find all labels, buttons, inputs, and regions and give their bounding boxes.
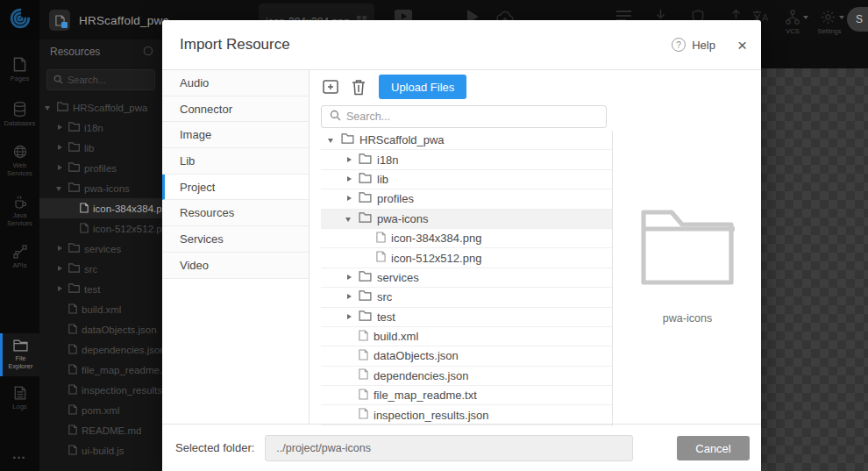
category-item[interactable]: Lib <box>162 148 309 175</box>
category-item[interactable]: Services <box>162 226 309 253</box>
settings-label: Settings <box>812 27 847 35</box>
tree-caret-icon[interactable] <box>345 195 353 203</box>
explorer-tree-row[interactable]: dependencies.json <box>39 339 162 360</box>
tree-caret-icon[interactable] <box>56 184 64 192</box>
category-label: Project <box>180 181 215 194</box>
dialog-tree-row[interactable]: profiles <box>321 189 612 209</box>
tree-caret-icon[interactable] <box>345 313 353 321</box>
tree-item-label: build.xml <box>374 330 418 343</box>
sidebar-item-databases[interactable]: Databases <box>0 96 39 133</box>
category-item[interactable]: Project <box>162 175 309 201</box>
vcs-chevron-icon[interactable] <box>803 16 808 19</box>
tree-caret-icon[interactable] <box>56 245 64 253</box>
folder-icon <box>68 162 80 174</box>
tree-item-label: services <box>84 244 121 254</box>
selected-folder-field[interactable] <box>265 435 633 461</box>
vcs-branch-icon[interactable] <box>786 10 800 25</box>
folder-icon <box>359 212 372 225</box>
category-item[interactable]: Image <box>162 122 309 148</box>
dialog-search[interactable] <box>321 105 607 128</box>
tree-caret-icon[interactable] <box>56 164 64 172</box>
tree-caret-icon[interactable] <box>45 103 53 111</box>
dialog-tree-row[interactable]: src <box>321 288 612 307</box>
dialog-tree-row[interactable]: icon-512x512.png <box>321 248 612 268</box>
explorer-tree-row[interactable]: dataObjects.json <box>39 319 162 339</box>
tree-caret-icon[interactable] <box>345 293 353 301</box>
tree-caret-icon[interactable] <box>328 136 336 144</box>
file-icon <box>68 364 77 376</box>
explorer-tree-row[interactable]: icon-512x512.png <box>39 218 162 239</box>
explorer-tree-row[interactable]: icon-384x384.png <box>39 198 162 218</box>
more-options-icon[interactable]: ••• <box>0 453 39 462</box>
tree-item-label: services <box>377 271 419 284</box>
tree-caret-icon[interactable] <box>345 175 353 183</box>
category-label: Resources <box>180 206 234 219</box>
upload-files-button[interactable]: Upload Files <box>379 75 466 99</box>
sidebar-item-file-explorer[interactable]: File Explorer <box>0 333 39 376</box>
dialog-tree-row[interactable]: icon-384x384.png <box>321 229 612 248</box>
category-list: Audio Connector Image Lib Project Resour… <box>162 70 309 424</box>
sidebar-item-logs[interactable]: Logs <box>0 380 39 417</box>
help-link[interactable]: Help <box>692 39 715 52</box>
settings-chevron-icon[interactable] <box>839 16 844 19</box>
category-item[interactable]: Video <box>162 253 309 279</box>
explorer-tree-row[interactable]: profiles <box>39 158 162 178</box>
gear-icon[interactable] <box>821 10 836 25</box>
left-nav-rail: Pages Databases Web Services Java Servic… <box>0 39 39 471</box>
tree-item-label: file_map_readme.txt <box>374 389 477 402</box>
dialog-tree-row[interactable]: HRScaffold_pwa <box>321 131 612 150</box>
dialog-tree-row[interactable]: dependencies.json <box>321 367 612 386</box>
dialog-tree-row[interactable]: test <box>321 308 612 327</box>
explorer-tree-row[interactable]: src <box>39 259 162 279</box>
explorer-tree-row[interactable]: README.md <box>39 420 162 440</box>
category-item[interactable]: Resources <box>162 200 309 226</box>
dialog-search-input[interactable] <box>346 111 583 123</box>
explorer-tree-row[interactable]: HRScaffold_pwa <box>39 97 162 118</box>
tree-caret-icon[interactable] <box>345 156 353 164</box>
close-icon[interactable]: × <box>737 37 747 54</box>
tree-caret-icon[interactable] <box>345 215 353 223</box>
sidebar-item-pages[interactable]: Pages <box>0 51 39 89</box>
tree-item-label: file_map_readme.txt <box>82 365 162 375</box>
sidebar-item-java-services[interactable]: Java Services <box>0 189 39 233</box>
category-item[interactable]: Audio <box>162 70 309 96</box>
dialog-tree-row[interactable]: services <box>321 268 612 288</box>
sidebar-item-apis[interactable]: APIs <box>0 239 39 275</box>
dialog-tree-row[interactable]: i18n <box>321 150 612 169</box>
cancel-button[interactable]: Cancel <box>677 436 750 460</box>
app-logo[interactable] <box>0 0 39 39</box>
tree-caret-icon[interactable] <box>56 144 64 152</box>
explorer-tree-row[interactable]: ui-build.js <box>39 440 162 460</box>
sidebar-item-web-services[interactable]: Web Services <box>0 139 39 183</box>
help-icon[interactable]: ? <box>672 38 686 52</box>
dialog-tree-row[interactable]: dataObjects.json <box>321 346 612 366</box>
explorer-tree-row[interactable]: inspection_results.json <box>39 380 162 400</box>
stage-pill-button[interactable]: S <box>847 7 868 32</box>
collapse-panel-icon[interactable] <box>143 46 153 59</box>
tree-item-label: lib <box>377 173 388 186</box>
resources-search-input[interactable] <box>68 75 146 85</box>
explorer-tree-row[interactable]: file_map_readme.txt <box>39 360 162 380</box>
explorer-tree-row[interactable]: pwa-icons <box>39 178 162 198</box>
tree-caret-icon[interactable] <box>345 274 353 282</box>
project-title-chip[interactable]: HRScaffold_pwa <box>49 7 169 33</box>
explorer-tree-row[interactable]: pom.xml <box>39 400 162 420</box>
dialog-file-tree: HRScaffold_pwa i18n lib <box>321 131 613 426</box>
dialog-tree-row[interactable]: build.xml <box>321 327 612 346</box>
delete-icon[interactable] <box>349 76 368 97</box>
dialog-tree-row[interactable]: inspection_results.json <box>321 405 612 425</box>
tree-caret-icon[interactable] <box>56 265 64 273</box>
tree-caret-icon[interactable] <box>56 124 64 132</box>
category-item[interactable]: Connector <box>162 96 309 123</box>
resources-search[interactable] <box>46 69 155 90</box>
tree-caret-icon[interactable] <box>56 285 64 293</box>
explorer-tree-row[interactable]: test <box>39 279 162 299</box>
explorer-tree-row[interactable]: services <box>39 239 162 259</box>
explorer-tree-row[interactable]: lib <box>39 138 162 158</box>
dialog-tree-row[interactable]: lib <box>321 170 612 189</box>
explorer-tree-row[interactable]: i18n <box>39 118 162 138</box>
dialog-tree-row[interactable]: file_map_readme.txt <box>321 386 612 405</box>
explorer-tree-row[interactable]: build.xml <box>39 299 162 319</box>
dialog-tree-row[interactable]: pwa-icons <box>321 210 612 229</box>
new-folder-button[interactable] <box>321 76 340 97</box>
